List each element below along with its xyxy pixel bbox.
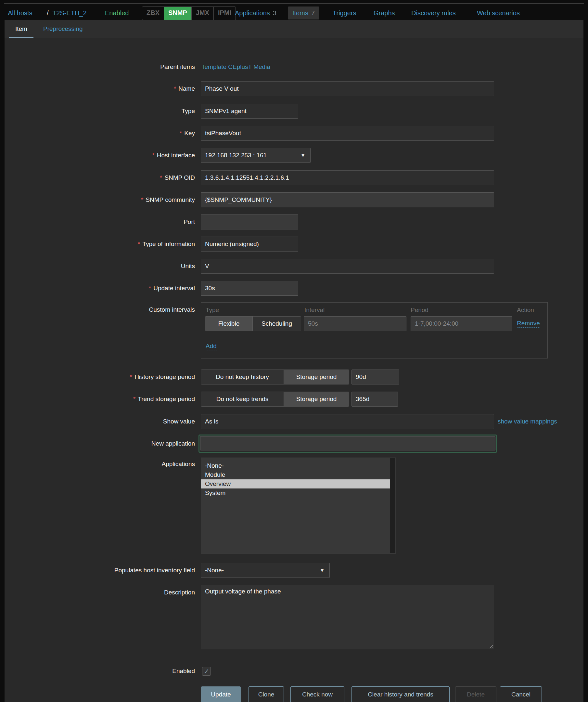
badge-jmx: JMX [191,7,213,20]
host-interface-select[interactable]: 192.168.132.253 : 161 ▼ [201,148,311,163]
custom-intervals-header-action: Action [517,305,534,315]
new-application-focus-ring [198,435,497,453]
applications-label: Applications [5,458,195,471]
custom-intervals-header-period: Period [411,305,429,315]
history-storage-toggle: Do not keep history Storage period [201,369,349,384]
show-value-input[interactable] [201,414,494,429]
host-status-enabled: Enabled [105,6,129,19]
update-button[interactable]: Update [201,686,241,702]
type-label: Type [5,104,195,119]
breadcrumb-all-hosts-link[interactable]: All hosts [8,6,32,19]
clear-history-and-trends-button[interactable]: Clear history and trends [351,686,450,702]
snmp-community-input[interactable] [201,193,494,207]
item-form-panel: Item Preprocessing Parent items Template… [5,20,583,702]
nav-applications-count: 3 [273,9,276,17]
clone-button[interactable]: Clone [249,686,284,702]
do-not-keep-history-button[interactable]: Do not keep history [201,370,284,384]
nav-graphs-link[interactable]: Graphs [374,6,395,19]
name-input[interactable] [201,81,494,96]
new-application-input[interactable] [200,436,495,451]
description-textarea[interactable]: Output voltage of the phase [201,585,494,649]
nav-items-link[interactable]: Items [292,9,308,17]
inventory-field-select[interactable]: -None- ▼ [201,563,330,578]
units-input[interactable] [201,259,494,274]
units-label: Units [5,259,195,274]
required-marker: * [130,373,132,380]
description-label: Description [5,585,195,600]
custom-interval-add-link[interactable]: Add [206,342,217,350]
form-tabbar: Item Preprocessing [5,20,583,38]
custom-intervals-label: Custom intervals [5,302,195,317]
cancel-button[interactable]: Cancel [500,686,542,702]
update-interval-input[interactable] [201,281,298,296]
parent-items-label: Parent items [5,60,195,75]
show-value-mappings-link[interactable]: show value mappings [498,414,557,429]
applications-option-none[interactable]: -None- [201,461,390,470]
history-storage-value-input[interactable] [351,369,399,384]
badge-zbx: ZBX [142,7,164,20]
key-label: *Key [5,126,195,141]
nav-triggers-link[interactable]: Triggers [333,6,356,19]
required-marker: * [174,85,176,92]
listbox-scrollbar[interactable] [390,458,395,553]
inventory-field-value: -None- [205,567,224,574]
badge-ipmi: IPMI [213,7,236,20]
scheduling-toggle-button[interactable]: Scheduling [253,317,301,331]
chevron-down-icon: ▼ [300,148,306,162]
required-marker: * [180,130,182,136]
nav-items-count: 7 [311,9,315,17]
check-now-button[interactable]: Check now [290,686,344,702]
tab-preprocessing[interactable]: Preprocessing [37,20,89,37]
required-marker: * [160,174,162,181]
inventory-field-label: Populates host inventory field [5,563,195,578]
custom-interval-period-input[interactable] [411,316,512,331]
nav-discovery-rules-link[interactable]: Discovery rules [411,6,456,19]
history-storage-period-button[interactable]: Storage period [284,370,349,384]
breadcrumb-separator: / [47,6,49,19]
port-input[interactable] [201,215,298,229]
enabled-label: Enabled [5,664,195,679]
tab-item[interactable]: Item [9,20,33,38]
custom-interval-value-input[interactable] [304,316,406,331]
type-of-information-label: *Type of information [5,237,195,251]
custom-intervals-header-type: Type [206,305,219,315]
nav-web-scenarios-link[interactable]: Web scenarios [477,6,520,19]
host-interface-value: 192.168.132.253 : 161 [205,152,267,158]
port-label: Port [5,215,195,229]
custom-intervals-group: Type Interval Period Action Flexible Sch… [201,302,548,358]
snmp-oid-label: *SNMP OID [5,170,195,185]
delete-button[interactable]: Delete [455,686,496,702]
host-interface-label: *Host interface [5,148,195,163]
snmp-community-label: *SNMP community [5,193,195,207]
enabled-checkbox[interactable]: ✓ [202,667,211,676]
applications-option-overview-selected[interactable]: Overview [201,479,390,488]
do-not-keep-trends-button[interactable]: Do not keep trends [201,392,284,406]
trend-storage-value-input[interactable] [351,392,398,406]
type-of-information-input[interactable] [201,237,298,251]
required-marker: * [138,240,140,247]
required-marker: * [152,152,154,158]
parent-items-template-link[interactable]: Template CEplusT Media [201,60,270,75]
chevron-down-icon: ▼ [319,563,325,578]
key-input[interactable] [201,126,494,141]
applications-option-system[interactable]: System [201,488,390,497]
applications-option-module[interactable]: Module [201,470,390,479]
required-marker: * [141,196,143,203]
trend-storage-period-button[interactable]: Storage period [284,392,349,406]
trend-storage-toggle: Do not keep trends Storage period [201,392,349,406]
new-application-label: New application [5,436,195,451]
breadcrumb-host-link[interactable]: T2S-ETH_2 [52,6,87,19]
custom-interval-type-toggle: Flexible Scheduling [205,316,301,331]
snmp-oid-input[interactable] [201,170,494,185]
nav-applications-link[interactable]: Applications [235,9,270,17]
nav-items-current[interactable]: Items7 [288,6,319,19]
custom-interval-remove-link[interactable]: Remove [517,320,540,328]
history-storage-label: *History storage period [5,369,195,384]
page-top-divider [4,3,584,4]
flexible-toggle-button[interactable]: Flexible [205,317,253,331]
checkmark-icon: ✓ [204,668,209,675]
nav-applications[interactable]: Applications3 [235,6,276,19]
breadcrumb: All hosts / T2S-ETH_2 Enabled ZBX SNMP J… [0,6,588,19]
applications-listbox[interactable]: -None- Module Overview System [201,458,396,554]
type-input[interactable] [201,104,298,119]
